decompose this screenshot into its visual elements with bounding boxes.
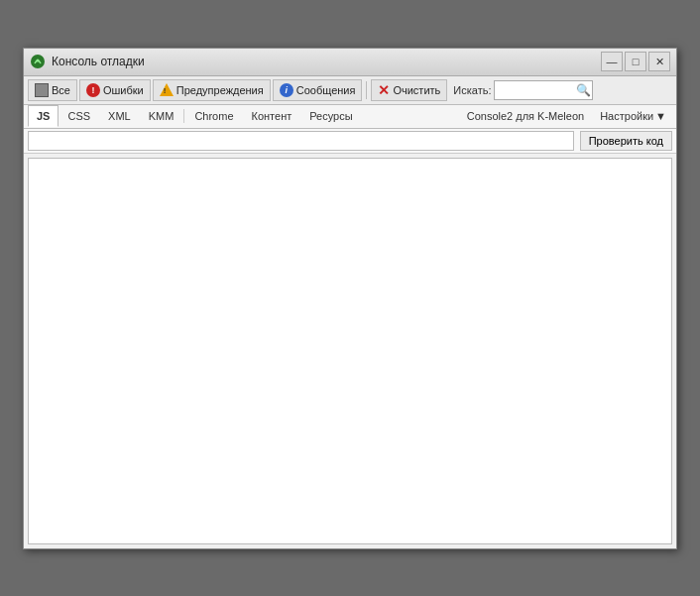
search-label: Искать: bbox=[453, 84, 491, 96]
error-icon: ! bbox=[86, 83, 100, 97]
messages-filter-button[interactable]: i Сообщения bbox=[273, 79, 363, 101]
svg-point-1 bbox=[37, 60, 40, 62]
info-icon: i bbox=[280, 83, 293, 97]
warning-icon bbox=[160, 83, 174, 96]
maximize-button[interactable]: □ bbox=[625, 52, 646, 71]
settings-tab[interactable]: Настройки ▼ bbox=[594, 108, 672, 124]
main-window: Консоль отладки — □ ✕ Все ! Ошибки Преду… bbox=[23, 48, 677, 549]
minimize-button[interactable]: — bbox=[601, 52, 623, 71]
code-input[interactable] bbox=[28, 131, 574, 151]
warnings-filter-button[interactable]: Предупреждения bbox=[153, 79, 271, 101]
search-button[interactable]: 🔍 bbox=[576, 84, 591, 96]
app-icon bbox=[30, 54, 46, 69]
window-title: Консоль отладки bbox=[52, 55, 601, 68]
check-code-button[interactable]: Проверить код bbox=[580, 131, 672, 151]
console-label: Console2 для K-Meleon bbox=[467, 110, 584, 122]
window-controls: — □ ✕ bbox=[601, 52, 670, 71]
clear-label: Очистить bbox=[393, 84, 440, 96]
titlebar: Консоль отладки — □ ✕ bbox=[24, 49, 676, 76]
settings-chevron-icon: ▼ bbox=[655, 110, 666, 122]
tab-content[interactable]: Контент bbox=[243, 105, 301, 127]
search-container: 🔍 bbox=[494, 80, 593, 100]
toolbar: Все ! Ошибки Предупреждения i Сообщения … bbox=[24, 76, 676, 105]
clear-icon: ✕ bbox=[378, 83, 390, 97]
tab-xml[interactable]: XML bbox=[99, 105, 140, 127]
all-filter-button[interactable]: Все bbox=[28, 79, 77, 101]
tab-separator bbox=[183, 109, 184, 123]
all-label: Все bbox=[52, 84, 70, 96]
tab-kmm[interactable]: KMM bbox=[140, 105, 183, 127]
console-output bbox=[28, 158, 672, 544]
errors-filter-button[interactable]: ! Ошибки bbox=[79, 79, 151, 101]
all-icon bbox=[35, 83, 49, 97]
messages-label: Сообщения bbox=[296, 84, 356, 96]
tab-chrome[interactable]: Chrome bbox=[185, 105, 242, 127]
tab-navigation: JS CSS XML KMM Chrome Контент Ресурсы Co… bbox=[24, 105, 676, 129]
toolbar-separator-1 bbox=[366, 81, 367, 99]
close-button[interactable]: ✕ bbox=[648, 52, 670, 71]
clear-button[interactable]: ✕ Очистить bbox=[371, 79, 447, 101]
warnings-label: Предупреждения bbox=[176, 84, 264, 96]
errors-label: Ошибки bbox=[103, 84, 144, 96]
tab-resources[interactable]: Ресурсы bbox=[300, 105, 361, 127]
tab-js[interactable]: JS bbox=[28, 105, 58, 127]
tab-css[interactable]: CSS bbox=[58, 105, 99, 127]
code-bar: Проверить код bbox=[24, 129, 676, 154]
